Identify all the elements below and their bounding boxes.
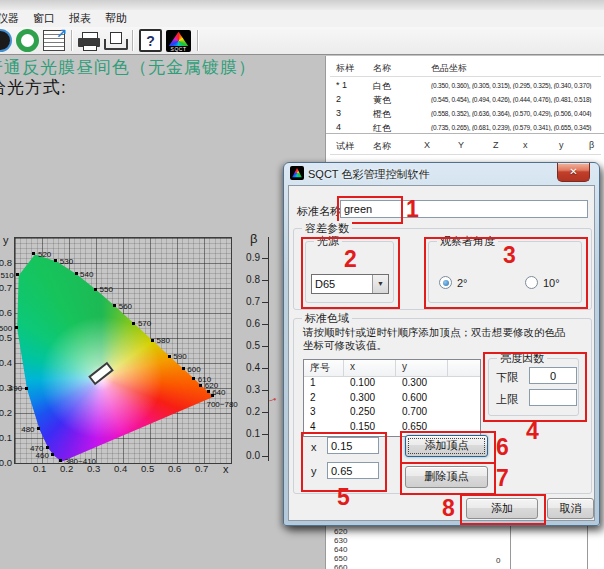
- help-icon[interactable]: ?: [139, 29, 162, 52]
- annotation-number-7: 7: [496, 467, 509, 489]
- calibrate-circle-icon[interactable]: [16, 29, 39, 52]
- print-preview-icon[interactable]: [104, 32, 126, 50]
- locus-point-dot: [199, 384, 202, 387]
- menu-item-1[interactable]: 窗口: [26, 10, 62, 27]
- gamut-group-label: 标准色域: [302, 311, 352, 326]
- spectral-wavelength: 640: [334, 545, 347, 554]
- standards-row-coords[interactable]: (0.545, 0.454), (0.494, 0.426), (0.444, …: [431, 96, 603, 103]
- close-button[interactable]: ✕: [557, 163, 590, 182]
- vertex-cell: 3: [304, 406, 344, 421]
- locus-point-dot: [113, 304, 116, 307]
- locus-point-dot: [211, 394, 214, 397]
- samples-col-header: 名称: [373, 140, 391, 153]
- wavelength-label: 540: [80, 270, 93, 279]
- standards-col-header: 色品坐标: [431, 62, 467, 75]
- standards-row-id[interactable]: 2: [336, 94, 341, 104]
- page-subtitle: 给光方式:: [0, 76, 67, 99]
- table-gridline: [510, 525, 511, 569]
- standards-row-name[interactable]: 橙色: [373, 108, 391, 121]
- vertex-cell: 2: [304, 392, 344, 407]
- sqct-logo-icon[interactable]: SQCT: [166, 30, 191, 52]
- vertex-row[interactable]: 10.1000.300: [304, 377, 480, 392]
- vertex-col-header: x: [344, 360, 396, 376]
- locus-point-dot: [132, 322, 135, 325]
- sqct-logo-label: SQCT: [166, 46, 191, 52]
- locus-point-dot: [54, 259, 57, 262]
- wavelength-label: 550: [100, 285, 113, 294]
- vertex-cell: 0.300: [344, 392, 396, 407]
- wavelength-label: 590: [173, 352, 186, 361]
- samples-col-header: x: [523, 140, 528, 150]
- annotation-number-8: 8: [442, 497, 455, 519]
- spectral-wavelength: 650: [334, 554, 347, 563]
- x-tick-label: 0.6: [168, 463, 181, 474]
- wavelength-label: 530: [60, 257, 73, 266]
- standards-col-header: 名称: [373, 62, 391, 75]
- y-tick-label: 0.7: [0, 282, 12, 293]
- annotation-number-2: 2: [344, 248, 357, 270]
- chromaticity-diagram: [14, 237, 232, 464]
- vertex-col-header: 序号: [304, 360, 344, 376]
- locus-point-dot: [16, 273, 19, 276]
- red-annotation-arrow: →: [264, 389, 280, 406]
- vertex-table-header: 序号xy: [304, 360, 480, 377]
- cancel-button[interactable]: 取消: [547, 498, 594, 519]
- table-rule: [330, 76, 601, 77]
- annotation-box-6: [400, 431, 496, 464]
- standards-row-name[interactable]: 黄色: [373, 94, 391, 107]
- annotation-box-7: [400, 462, 496, 495]
- standards-row-name[interactable]: 白色: [373, 80, 391, 93]
- instruction-text: 请按顺时针或逆时针顺序添加顶点；双击想要修改的色品坐标可修改该值。: [303, 326, 571, 352]
- toolbar-separator: [197, 30, 198, 51]
- y-tick-label: 0.6: [0, 307, 12, 318]
- x-tick-label: 0.7: [195, 463, 208, 474]
- vertex-row[interactable]: 20.3000.600: [304, 392, 480, 407]
- standards-row-coords[interactable]: (0.350, 0.360), (0.305, 0.315), (0.295, …: [431, 82, 603, 89]
- locus-point-dot: [151, 339, 154, 342]
- locus-point-dot: [207, 390, 210, 393]
- menu-item-0[interactable]: 仪器: [0, 10, 26, 27]
- vertex-col-filler: [448, 360, 480, 376]
- x-tick-label: 0.1: [33, 463, 46, 474]
- dialog-body: 标准名称: green 1 容差参数 光源 D65 ▼ 2 观察者角度 2°: [288, 185, 595, 521]
- print-icon[interactable]: [78, 32, 100, 50]
- locus-point-dot: [182, 367, 185, 370]
- sqct-dialog: SQCT 色彩管理控制软件 ✕ 标准名称: green 1 容差参数 光源 D6…: [283, 162, 600, 526]
- window-top-strip: [0, 0, 604, 10]
- annotation-number-3: 3: [503, 244, 516, 266]
- export-report-icon[interactable]: ↗: [43, 30, 65, 51]
- wavelength-label: 480: [21, 425, 34, 434]
- annotation-number-5: 5: [337, 486, 350, 508]
- wavelength-label: 570: [138, 319, 151, 328]
- standards-row-id[interactable]: 3: [336, 108, 341, 118]
- annotation-box-5: [301, 432, 387, 492]
- menu-item-3[interactable]: 帮助: [98, 10, 134, 27]
- samples-col-header: β: [589, 140, 594, 150]
- annotation-box-1: [337, 196, 403, 224]
- table-rule: [326, 133, 604, 134]
- standards-row-coords[interactable]: (0.735, 0.265), (0.681, 0.239), (0.579, …: [431, 124, 603, 131]
- spectral-value: 0: [496, 556, 500, 565]
- annotation-box-4: [483, 352, 587, 422]
- standards-row-id[interactable]: 4: [336, 122, 341, 132]
- wavelength-label: 500: [0, 324, 12, 333]
- standards-row-id[interactable]: * 1: [336, 80, 347, 90]
- vertex-table[interactable]: 序号xy10.1000.30020.3000.60030.2500.70040.…: [303, 359, 481, 437]
- annotation-number-6: 6: [496, 436, 509, 458]
- vertex-cell: 0.600: [396, 392, 448, 407]
- y-axis-title: y: [3, 234, 9, 246]
- vertex-cell: 0.700: [396, 406, 448, 421]
- menu-item-2[interactable]: 报表: [62, 10, 98, 27]
- spectral-wavelength: 620: [334, 527, 347, 536]
- beta-axis-title: β: [250, 231, 257, 246]
- y-tick-label: 0.8: [0, 257, 12, 268]
- measure-target-icon[interactable]: [0, 29, 12, 52]
- menu-bar: 仪器窗口报表帮助: [0, 10, 604, 27]
- y-tick-label: 0.5: [0, 332, 12, 343]
- spectral-wavelength: 660: [334, 563, 347, 569]
- standards-col-header: 标样: [336, 62, 354, 75]
- samples-col-header: X: [424, 140, 430, 150]
- standards-row-coords[interactable]: (0.558, 0.352), (0.636, 0.364), (0.570, …: [431, 110, 603, 117]
- vertex-row[interactable]: 30.2500.700: [304, 406, 480, 421]
- arrow-icon: ↗: [56, 26, 67, 41]
